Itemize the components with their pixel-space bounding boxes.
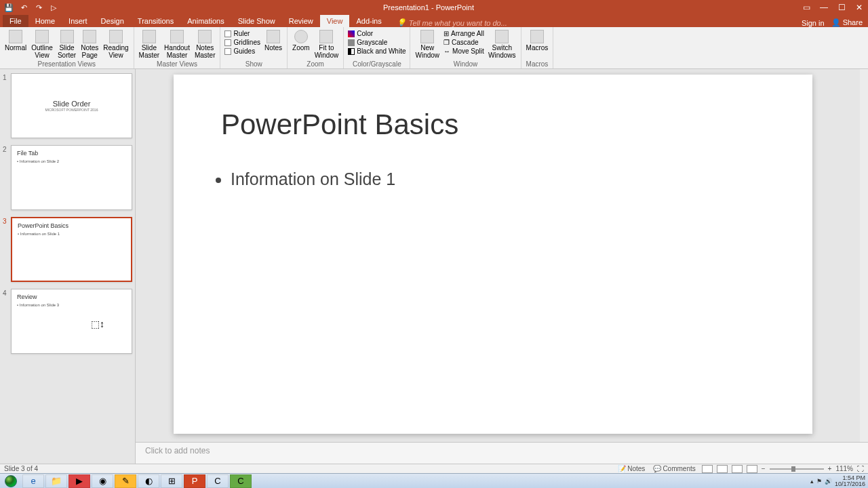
taskbar-app9[interactable]: C: [207, 474, 229, 488]
maximize-icon[interactable]: ☐: [833, 0, 850, 15]
thumb-number: 1: [3, 73, 11, 138]
undo-icon[interactable]: ↶: [18, 1, 30, 14]
slide-sorter-button[interactable]: Slide Sorter: [56, 28, 78, 60]
comments-toggle[interactable]: 💬Comments: [651, 465, 697, 472]
grayscale-button[interactable]: Grayscale: [348, 38, 406, 47]
slide-thumbnail-4[interactable]: Review • Information on Slide 3: [11, 289, 132, 354]
group-label: Macros: [526, 60, 549, 68]
group-label: Zoom: [307, 60, 324, 68]
start-slideshow-icon[interactable]: ▷: [47, 1, 60, 14]
black-white-button[interactable]: Black and White: [348, 47, 406, 56]
sign-in-link[interactable]: Sign in: [802, 19, 825, 27]
title-bar: 💾 ↶ ↷ ▷ Presentation1 - PowerPoint ▭ — ☐…: [0, 0, 868, 15]
taskbar-app10[interactable]: C: [230, 474, 252, 488]
gridlines-checkbox[interactable]: Gridlines: [224, 38, 260, 47]
taskbar-ie[interactable]: e: [22, 474, 44, 488]
outline-view-button[interactable]: Outline View: [29, 28, 55, 60]
macros-icon: [530, 30, 544, 43]
notes-master-button[interactable]: Notes Master: [193, 28, 218, 60]
vertical-scrollbar[interactable]: [860, 69, 868, 442]
tab-addins[interactable]: Add-ins: [349, 15, 388, 27]
tray-clock[interactable]: 1:54 PM 10/17/2016: [835, 475, 865, 487]
normal-view-shortcut[interactable]: [702, 465, 713, 473]
fit-to-window-button[interactable]: Fit to Window: [313, 28, 341, 60]
slideshow-shortcut[interactable]: [747, 465, 757, 473]
tab-animations[interactable]: Animations: [180, 15, 231, 27]
new-window-button[interactable]: New Window: [413, 28, 441, 60]
thumb-title: File Tab: [17, 150, 126, 157]
notes-button[interactable]: Notes: [262, 28, 284, 60]
slide-counter[interactable]: Slide 3 of 4: [4, 465, 38, 472]
thumb-body: • Information on Slide 3: [17, 303, 126, 307]
close-icon[interactable]: ✕: [850, 0, 868, 15]
reading-view-button[interactable]: Reading View: [101, 28, 130, 60]
cascade-button[interactable]: ❐Cascade: [443, 38, 484, 47]
minimize-icon[interactable]: —: [815, 0, 833, 15]
zoom-percent[interactable]: 111%: [835, 465, 853, 472]
notespage-icon: [83, 30, 96, 43]
tab-transitions[interactable]: Transitions: [131, 15, 180, 27]
start-button[interactable]: [0, 474, 22, 489]
tab-view[interactable]: View: [320, 15, 350, 27]
tray-flag-icon[interactable]: ⚑: [816, 478, 822, 485]
zoom-in-icon[interactable]: +: [828, 465, 832, 472]
tab-slideshow[interactable]: Slide Show: [231, 15, 282, 27]
taskbar-explorer[interactable]: 📁: [45, 474, 67, 488]
slide-thumbnail-1[interactable]: Slide Order MICROSOFT POWERPOINT 2016: [11, 73, 132, 138]
slide-thumbnail-3[interactable]: PowerPoint Basics • Information on Slide…: [11, 217, 132, 282]
slide-canvas[interactable]: PowerPoint Basics Information on Slide 1: [174, 75, 812, 434]
notes-toggle[interactable]: 📝Notes: [616, 465, 647, 472]
taskbar-media[interactable]: ▶: [68, 474, 90, 488]
slide-thumbnail-2[interactable]: File Tab • Information on Slide 2: [11, 145, 132, 210]
notes-pane[interactable]: Click to add notes: [136, 442, 868, 464]
taskbar-app6[interactable]: ◐: [138, 474, 159, 488]
zoom-out-icon[interactable]: −: [762, 465, 766, 472]
zoom-icon: [294, 30, 308, 43]
ruler-checkbox[interactable]: Ruler: [224, 29, 260, 38]
slide-title[interactable]: PowerPoint Basics: [221, 108, 765, 141]
group-zoom: Zoom Fit to Window Zoom: [288, 27, 344, 68]
group-master-views: Slide Master Handout Master Notes Master…: [134, 27, 221, 68]
tab-file[interactable]: File: [3, 15, 28, 27]
thumb-title: Slide Order: [53, 100, 91, 108]
bw-icon: [348, 48, 355, 55]
status-bar: Slide 3 of 4 📝Notes 💬Comments − + 111% ⛶: [0, 464, 868, 473]
outline-icon: [35, 30, 49, 43]
group-show: Ruler Gridlines Guides Notes Show: [220, 27, 288, 68]
fit-to-window-icon[interactable]: ⛶: [857, 465, 864, 472]
taskbar-app7[interactable]: ⊞: [161, 474, 182, 488]
reading-view-shortcut[interactable]: [732, 465, 743, 473]
tab-design[interactable]: Design: [94, 15, 131, 27]
work-area: 1 Slide Order MICROSOFT POWERPOINT 2016 …: [0, 69, 868, 464]
switch-windows-button[interactable]: Switch Windows: [486, 28, 518, 60]
move-split-button[interactable]: ↔Move Split: [443, 47, 484, 56]
macros-button[interactable]: Macros: [524, 28, 551, 60]
tell-me-search[interactable]: 💡Tell me what you want to do...: [397, 18, 507, 27]
save-icon[interactable]: 💾: [3, 1, 15, 14]
guides-checkbox[interactable]: Guides: [224, 47, 260, 56]
zoom-slider[interactable]: [770, 468, 824, 470]
normal-view-button[interactable]: Normal: [3, 28, 28, 60]
tray-up-icon[interactable]: ▴: [810, 478, 814, 485]
taskbar-powerpoint[interactable]: P: [184, 474, 205, 488]
zoom-button[interactable]: Zoom: [290, 28, 312, 60]
arrange-all-button[interactable]: ⊞Arrange All: [443, 29, 484, 38]
system-tray[interactable]: ▴ ⚑ 🔊 1:54 PM 10/17/2016: [810, 475, 868, 487]
tray-network-icon[interactable]: 🔊: [825, 478, 832, 485]
tab-review[interactable]: Review: [282, 15, 320, 27]
slide-master-button[interactable]: Slide Master: [137, 28, 162, 60]
sorter-view-shortcut[interactable]: [717, 465, 728, 473]
quick-access-toolbar: 💾 ↶ ↷ ▷: [0, 1, 60, 14]
handout-master-button[interactable]: Handout Master: [162, 28, 192, 60]
slide-thumbnail-panel[interactable]: 1 Slide Order MICROSOFT POWERPOINT 2016 …: [0, 69, 136, 464]
redo-icon[interactable]: ↷: [33, 1, 45, 14]
tab-home[interactable]: Home: [28, 15, 62, 27]
share-button[interactable]: 👤 Share: [831, 18, 863, 27]
taskbar-app5[interactable]: ✎: [115, 474, 136, 488]
color-button[interactable]: Color: [348, 29, 406, 38]
slide-body[interactable]: Information on Slide 1: [221, 169, 765, 189]
tab-insert[interactable]: Insert: [62, 15, 94, 27]
ribbon-options-icon[interactable]: ▭: [797, 0, 815, 15]
taskbar-chrome[interactable]: ◉: [92, 474, 113, 488]
notes-page-button[interactable]: Notes Page: [79, 28, 100, 60]
